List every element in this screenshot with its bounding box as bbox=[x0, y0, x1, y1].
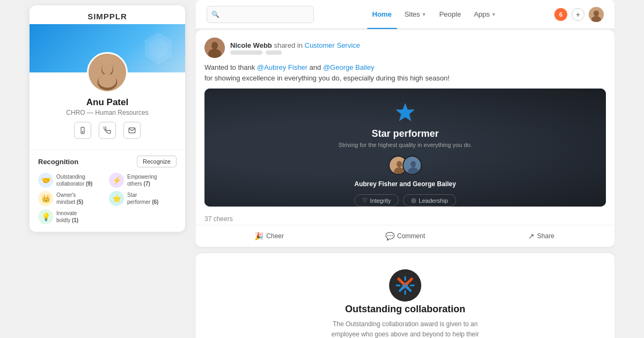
nav-sites-label: Sites bbox=[405, 10, 420, 18]
svg-marker-15 bbox=[396, 104, 415, 121]
badge-item: 💡 Innovateboldly (1) bbox=[38, 209, 106, 224]
email-icon bbox=[128, 127, 136, 134]
nav-apps[interactable]: Apps ▼ bbox=[469, 7, 502, 21]
badge-text-owner: Owner'smindset (5) bbox=[56, 192, 83, 205]
user-avatar[interactable] bbox=[589, 7, 604, 22]
svg-point-10 bbox=[594, 10, 599, 16]
notification-badge[interactable]: 6 bbox=[554, 8, 567, 21]
cheer-button[interactable]: 🎉 Cheer bbox=[201, 229, 337, 244]
comment-label: Comment bbox=[397, 232, 425, 240]
feed: Nicole Webb shared in Customer Service W… bbox=[196, 30, 614, 338]
user-avatar-image bbox=[589, 7, 604, 22]
post-shared-text: shared in bbox=[274, 41, 304, 49]
badge-item: 👑 Owner'smindset (5) bbox=[38, 191, 106, 206]
nav-people-label: People bbox=[439, 10, 460, 18]
recipient2-name: George Bailey bbox=[413, 180, 456, 188]
tag-integrity-label: Integrity bbox=[370, 197, 391, 204]
main-content: 🔍 Home Sites ▼ People Apps ▼ 6 + bbox=[196, 0, 614, 338]
badge-text-star: Starperformer (6) bbox=[127, 192, 158, 205]
phone-icon-btn[interactable] bbox=[99, 122, 116, 139]
recognition-background: Star performer Striving for the highest … bbox=[204, 89, 606, 207]
recognition-recipients bbox=[389, 156, 422, 175]
top-nav: 🔍 Home Sites ▼ People Apps ▼ 6 + bbox=[196, 0, 614, 29]
profile-card: SIMPPLR Anu Patel CHRO — Human Resources bbox=[30, 5, 185, 232]
avatar bbox=[87, 52, 128, 93]
post-mention2[interactable]: @George Bailey bbox=[323, 63, 375, 71]
post-meta: Nicole Webb shared in Customer Service bbox=[230, 41, 606, 55]
badge-item: ⭐ Starperformer (6) bbox=[109, 191, 177, 206]
comment-button[interactable]: 💬 Comment bbox=[337, 229, 473, 244]
recipient-and: and bbox=[399, 180, 413, 188]
post-header: Nicole Webb shared in Customer Service bbox=[196, 30, 614, 62]
post-author-line: Nicole Webb shared in Customer Service bbox=[230, 41, 606, 49]
nav-sites[interactable]: Sites ▼ bbox=[399, 7, 432, 21]
recognition-tags: ♡ Integrity ◎ Leadership bbox=[354, 194, 456, 207]
simpplr-logo: SIMPPLR bbox=[87, 12, 127, 21]
post-subtitle bbox=[230, 50, 606, 55]
profile-name: Anu Patel bbox=[38, 97, 177, 108]
cheer-label: Cheer bbox=[266, 232, 284, 240]
tag-integrity[interactable]: ♡ Integrity bbox=[354, 194, 399, 207]
badge-item: ⚡ Empoweringothers (7) bbox=[109, 173, 177, 188]
recognize-button[interactable]: Recognize bbox=[137, 156, 177, 167]
cheer-icon: 🎉 bbox=[254, 232, 264, 240]
mobile-icon-btn[interactable] bbox=[74, 122, 91, 139]
collab-description: The Outstanding collaboration award is g… bbox=[325, 319, 486, 338]
phone-icon bbox=[104, 127, 111, 134]
share-label: Share bbox=[537, 232, 554, 240]
email-icon-btn[interactable] bbox=[123, 122, 141, 139]
comment-icon: 💬 bbox=[385, 232, 394, 240]
svg-point-6 bbox=[98, 74, 116, 88]
collab-icon-svg bbox=[389, 269, 421, 302]
svg-point-13 bbox=[211, 42, 218, 49]
nav-people[interactable]: People bbox=[434, 7, 466, 21]
badge-text-innovate: Innovateboldly (1) bbox=[56, 210, 78, 224]
recognition-title: Recognition bbox=[38, 158, 78, 166]
collab-icon bbox=[389, 269, 421, 304]
share-button[interactable]: ↗ Share bbox=[473, 229, 609, 244]
post-author-avatar-image bbox=[204, 38, 225, 58]
tag-leadership[interactable]: ◎ Leadership bbox=[403, 194, 456, 207]
badge-icon-owner: 👑 bbox=[38, 191, 53, 206]
add-button[interactable]: + bbox=[572, 8, 584, 21]
recipient-avatar-2 bbox=[402, 156, 422, 175]
recognition-section: Recognition Recognize 🤝 Outstandingcolla… bbox=[30, 150, 185, 232]
chevron-down-icon: ▼ bbox=[492, 12, 496, 17]
recognition-visual: Star performer Striving for the highest … bbox=[204, 89, 606, 207]
svg-point-21 bbox=[411, 161, 416, 167]
star-performer-icon bbox=[393, 101, 417, 123]
heart-icon: ♡ bbox=[362, 197, 368, 204]
post-text-before: Wanted to thank bbox=[204, 63, 255, 71]
post-extra-pill bbox=[266, 50, 282, 55]
badge-icon-empowering: ⚡ bbox=[109, 173, 124, 188]
recipient1-name: Aubrey Fisher bbox=[354, 180, 398, 188]
tag-leadership-label: Leadership bbox=[419, 197, 448, 204]
post-text-after: for showing excellence in everything you… bbox=[204, 74, 450, 82]
post-author-avatar bbox=[204, 38, 225, 58]
post-channel[interactable]: Customer Service bbox=[305, 41, 360, 49]
nav-home[interactable]: Home bbox=[367, 7, 397, 21]
collab-card: Outstanding collaboration The Outstandin… bbox=[196, 253, 614, 338]
post-card: Nicole Webb shared in Customer Service W… bbox=[196, 30, 614, 247]
badge-icon-innovate: 💡 bbox=[38, 209, 53, 224]
nav-home-label: Home bbox=[372, 10, 392, 18]
badge-icon-star: ⭐ bbox=[109, 191, 124, 206]
post-mention1[interactable]: @Aubrey Fisher bbox=[257, 63, 308, 71]
recipient-avatars bbox=[389, 156, 422, 175]
avatar-wrapper bbox=[30, 52, 185, 93]
nav-right: 6 + bbox=[554, 7, 604, 22]
chevron-down-icon: ▼ bbox=[422, 12, 427, 17]
badge-icon-collaborator: 🤝 bbox=[38, 173, 53, 188]
search-bar[interactable]: 🔍 bbox=[207, 6, 314, 23]
badge-text-collaborator: Outstandingcollaborator (9) bbox=[56, 173, 92, 187]
badges-grid: 🤝 Outstandingcollaborator (9) ⚡ Empoweri… bbox=[38, 173, 177, 224]
collab-title: Outstanding collaboration bbox=[345, 304, 465, 315]
nav-links: Home Sites ▼ People Apps ▼ bbox=[323, 7, 546, 21]
mobile-icon bbox=[79, 127, 86, 134]
badge-text-empowering: Empoweringothers (7) bbox=[127, 173, 157, 187]
avatar-image bbox=[89, 52, 126, 93]
recognition-subtitle: Striving for the highest quality in ever… bbox=[339, 142, 472, 148]
nav-apps-label: Apps bbox=[474, 10, 490, 18]
svg-point-5 bbox=[102, 63, 113, 75]
profile-title: CHRO — Human Resources bbox=[38, 109, 177, 116]
